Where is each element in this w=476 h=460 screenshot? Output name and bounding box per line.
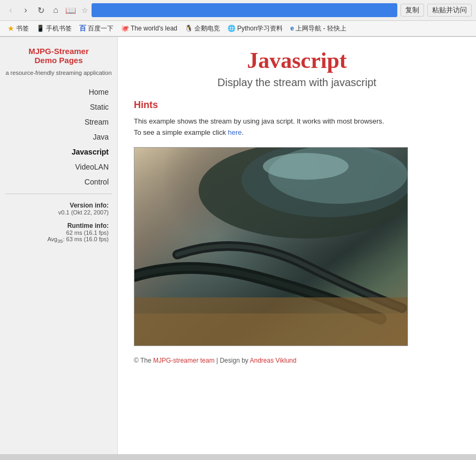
stream-image: [134, 148, 407, 346]
sidebar-item-javascript[interactable]: Javascript: [0, 144, 117, 159]
paste-visit-button[interactable]: 粘贴并访问: [427, 4, 472, 17]
svg-rect-8: [134, 313, 407, 346]
hints-here-link[interactable]: here: [228, 128, 242, 136]
url-input[interactable]: 192.168.137.228:8080/javascript.html: [92, 3, 397, 17]
browser-chrome: ‹ › ↻ ⌂ 📖 ☆ 192.168.137.228:8080/javascr…: [0, 0, 476, 37]
runtime-line2: Avg35: 63 ms (16.0 fps): [9, 236, 109, 244]
sidebar-divider: [5, 194, 112, 194]
reload-button[interactable]: ↻: [34, 4, 47, 17]
svg-point-6: [263, 153, 349, 180]
version-label: Version info:: [9, 202, 109, 209]
sidebar-runtime-info: Runtime info: 62 ms (16.1 fps) Avg35: 63…: [0, 219, 117, 247]
version-value: v0.1 (Okt 22, 2007): [9, 209, 109, 216]
hints-text-content1: This example shows the stream by using j…: [134, 117, 384, 125]
forward-button[interactable]: ›: [19, 4, 32, 17]
page-title: Javascript: [134, 48, 460, 73]
runtime-avg-text: Avg: [47, 236, 57, 242]
stream-container: [134, 147, 408, 346]
bookmark-baidu[interactable]: 百 百度一下: [76, 22, 117, 34]
github-icon: 🐙: [121, 25, 129, 32]
stream-canvas: [134, 148, 407, 346]
stream-svg: [134, 148, 407, 346]
hints-text-period: .: [242, 128, 244, 136]
bookmark-nav[interactable]: e 上网导航 - 轻快上: [287, 23, 349, 34]
bookmark-text: The world's lead: [131, 25, 177, 32]
browser-toolbar: ‹ › ↻ ⌂ 📖 ☆ 192.168.137.228:8080/javascr…: [0, 0, 476, 21]
sidebar-item-static[interactable]: Static: [0, 99, 117, 114]
bookmark-github[interactable]: 🐙 The world's lead: [118, 24, 180, 33]
page-subtitle: Display the stream with javascript: [134, 76, 460, 89]
star-icon[interactable]: ☆: [81, 6, 88, 14]
sidebar-description: a resource-friendly streaming applicatio…: [0, 67, 117, 82]
sidebar-title-sub: Demo Pages: [5, 56, 112, 65]
bookmark-text: 上网导航 - 轻快上: [296, 24, 346, 33]
sidebar-item-stream[interactable]: Stream: [0, 114, 117, 129]
footer-mid: | Design by: [215, 357, 250, 364]
python-icon: 🌐: [228, 25, 236, 32]
toolbar-actions: 复制 粘贴并访问: [401, 4, 472, 17]
sidebar-item-home[interactable]: Home: [0, 85, 117, 99]
sidebar-item-java[interactable]: Java: [0, 129, 117, 144]
sidebar-title-main: MJPG-Streamer: [5, 47, 112, 56]
bookmarks-bar: ★ 书签 📱 手机书签 百 百度一下 🐙 The world's lead 🐧 …: [0, 21, 476, 36]
runtime-line2b: : 63 ms (16.0 fps): [63, 236, 109, 242]
hints-text1: This example shows the stream by using j…: [134, 116, 460, 139]
bookmark-python[interactable]: 🌐 Python学习资料: [224, 23, 286, 34]
hints-title: Hints: [134, 99, 460, 111]
bookmarks-button[interactable]: 📖: [64, 4, 77, 17]
sidebar-title: MJPG-Streamer Demo Pages: [0, 42, 117, 67]
copy-button[interactable]: 复制: [401, 4, 424, 17]
footer-copyright: © The: [134, 357, 153, 364]
runtime-label: Runtime info:: [9, 222, 109, 229]
sidebar-version-info: Version info: v0.1 (Okt 22, 2007): [0, 198, 117, 219]
hints-text-content2: To see a simple example click: [134, 128, 228, 136]
bookmark-label: 书签: [16, 24, 29, 33]
bookmark-penguin[interactable]: 🐧 企鹅电竞: [182, 23, 223, 34]
star-icon: ★: [7, 24, 14, 33]
baidu-icon: 百: [79, 24, 86, 33]
bookmark-text: 百度一下: [88, 24, 114, 33]
footer-team-link[interactable]: MJPG-streamer team: [153, 357, 215, 364]
bookmark-mobile[interactable]: 📱 手机书签: [33, 23, 75, 34]
penguin-icon: 🐧: [185, 25, 193, 32]
runtime-subscript: 35: [57, 239, 63, 244]
home-button[interactable]: ⌂: [49, 4, 62, 17]
bookmark-text: 企鹅电竞: [194, 24, 220, 33]
sidebar-item-control[interactable]: Control: [0, 174, 117, 189]
runtime-line1: 62 ms (16.1 fps): [9, 229, 109, 236]
nav-icon: e: [290, 25, 294, 32]
sidebar: MJPG-Streamer Demo Pages a resource-frie…: [0, 37, 118, 454]
bookmark-text: 手机书签: [46, 24, 72, 33]
main-content: Javascript Display the stream with javas…: [118, 37, 476, 454]
footer-text: © The MJPG-streamer team | Design by And…: [134, 357, 460, 364]
mobile-icon: 📱: [36, 25, 44, 32]
back-button[interactable]: ‹: [4, 4, 17, 17]
page-wrapper: MJPG-Streamer Demo Pages a resource-frie…: [0, 37, 476, 454]
sidebar-nav: Home Static Stream Java Javascript Video…: [0, 85, 117, 189]
bookmark-text: Python学习资料: [237, 24, 283, 33]
bookmark-star-item[interactable]: ★ 书签: [4, 23, 32, 34]
nav-buttons: ‹ › ↻ ⌂ 📖: [4, 4, 77, 17]
footer-designer-link[interactable]: Andreas Viklund: [250, 357, 297, 364]
address-bar: ☆ 192.168.137.228:8080/javascript.html 复…: [81, 3, 472, 17]
sidebar-item-videolan[interactable]: VideoLAN: [0, 159, 117, 174]
